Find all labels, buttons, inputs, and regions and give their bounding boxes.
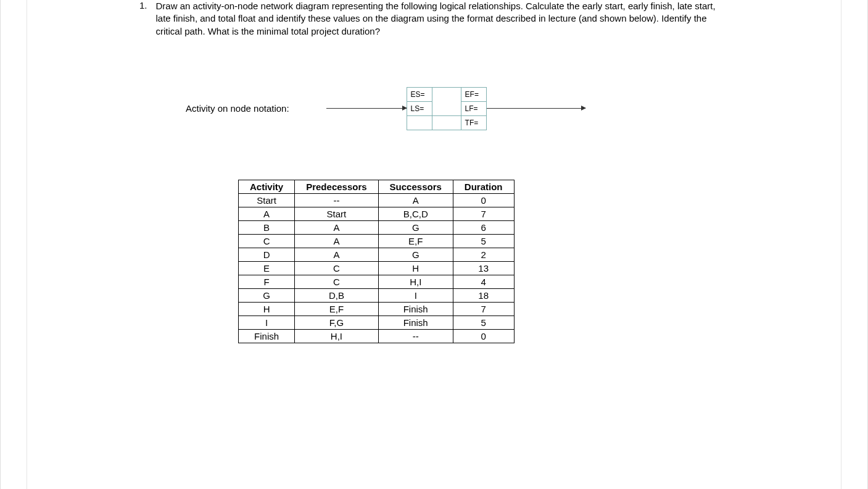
table-header-row: Activity Predecessors Successors Duratio… bbox=[239, 180, 515, 193]
cell: 5 bbox=[453, 234, 514, 248]
table-row: Start--A0 bbox=[239, 193, 515, 207]
cell: H,I bbox=[295, 329, 378, 343]
arrowhead-icon bbox=[581, 106, 586, 111]
question-text: Draw an activity-on-node network diagram… bbox=[156, 0, 729, 38]
cell: H,I bbox=[378, 275, 453, 288]
cell: -- bbox=[295, 193, 378, 207]
question-number: 1. bbox=[139, 0, 147, 38]
cell: B bbox=[239, 220, 295, 234]
content-area: 1. Draw an activity-on-node network diag… bbox=[139, 0, 729, 343]
cell: B,C,D bbox=[378, 207, 453, 220]
table-row: HE,FFinish7 bbox=[239, 302, 515, 316]
cell: I bbox=[239, 316, 295, 329]
table-row: AStartB,C,D7 bbox=[239, 207, 515, 220]
cell: F,G bbox=[295, 316, 378, 329]
cell: 13 bbox=[453, 261, 514, 275]
cell: C bbox=[295, 261, 378, 275]
cell: A bbox=[295, 248, 378, 261]
cell: E,F bbox=[378, 234, 453, 248]
cell: 7 bbox=[453, 207, 514, 220]
table-row: IF,GFinish5 bbox=[239, 316, 515, 329]
node-center-blank bbox=[432, 87, 461, 115]
node-blank-bm bbox=[432, 115, 461, 130]
cell: -- bbox=[378, 329, 453, 343]
document-page: 1. Draw an activity-on-node network diag… bbox=[0, 0, 868, 489]
col-activity: Activity bbox=[239, 180, 295, 193]
cell: D,B bbox=[295, 288, 378, 302]
node-blank-bl bbox=[407, 115, 432, 130]
notation-label: Activity on node notation: bbox=[186, 103, 289, 114]
cell: 6 bbox=[453, 220, 514, 234]
cell: G bbox=[378, 248, 453, 261]
node-es-label: ES= bbox=[407, 87, 432, 101]
cell: E bbox=[239, 261, 295, 275]
node-diagram: ES= EF= LS= LF= TF= bbox=[326, 87, 585, 130]
cell: H bbox=[378, 261, 453, 275]
cell: G bbox=[239, 288, 295, 302]
col-successors: Successors bbox=[378, 180, 453, 193]
cell: 7 bbox=[453, 302, 514, 316]
table-row: BAG6 bbox=[239, 220, 515, 234]
cell: H bbox=[239, 302, 295, 316]
cell: F bbox=[239, 275, 295, 288]
table-row: ECH13 bbox=[239, 261, 515, 275]
arrowhead-icon bbox=[402, 106, 407, 111]
notation-row: Activity on node notation: ES= EF= LS= L… bbox=[186, 87, 729, 130]
cell: 18 bbox=[453, 288, 514, 302]
table-row: GD,BI18 bbox=[239, 288, 515, 302]
cell: C bbox=[239, 234, 295, 248]
cell: G bbox=[378, 220, 453, 234]
cell: 5 bbox=[453, 316, 514, 329]
node-ls-label: LS= bbox=[407, 101, 432, 115]
table-body: Start--A0 AStartB,C,D7 BAG6 CAE,F5 DAG2 … bbox=[239, 193, 515, 343]
col-predecessors: Predecessors bbox=[295, 180, 378, 193]
table-row: CAE,F5 bbox=[239, 234, 515, 248]
node-tf-label: TF= bbox=[461, 115, 486, 130]
cell: C bbox=[295, 275, 378, 288]
cell: D bbox=[239, 248, 295, 261]
cell: A bbox=[239, 207, 295, 220]
cell: E,F bbox=[295, 302, 378, 316]
node-box: ES= EF= LS= LF= TF= bbox=[407, 87, 487, 130]
cell: A bbox=[295, 234, 378, 248]
cell: Finish bbox=[239, 329, 295, 343]
cell: Start bbox=[295, 207, 378, 220]
question-block: 1. Draw an activity-on-node network diag… bbox=[139, 0, 729, 38]
cell: Start bbox=[239, 193, 295, 207]
cell: 0 bbox=[453, 329, 514, 343]
cell: Finish bbox=[378, 316, 453, 329]
cell: Finish bbox=[378, 302, 453, 316]
node-lf-label: LF= bbox=[461, 101, 486, 115]
cell: A bbox=[295, 220, 378, 234]
table-row: FinishH,I--0 bbox=[239, 329, 515, 343]
arrow-outgoing bbox=[487, 108, 585, 109]
cell: I bbox=[378, 288, 453, 302]
node-ef-label: EF= bbox=[461, 87, 486, 101]
table-row: DAG2 bbox=[239, 248, 515, 261]
margin-line-left bbox=[27, 0, 27, 489]
cell: 4 bbox=[453, 275, 514, 288]
margin-line-right bbox=[841, 0, 841, 489]
col-duration: Duration bbox=[453, 180, 514, 193]
cell: A bbox=[378, 193, 453, 207]
arrow-incoming bbox=[326, 108, 407, 109]
activity-table: Activity Predecessors Successors Duratio… bbox=[238, 180, 515, 343]
cell: 2 bbox=[453, 248, 514, 261]
table-row: FCH,I4 bbox=[239, 275, 515, 288]
cell: 0 bbox=[453, 193, 514, 207]
